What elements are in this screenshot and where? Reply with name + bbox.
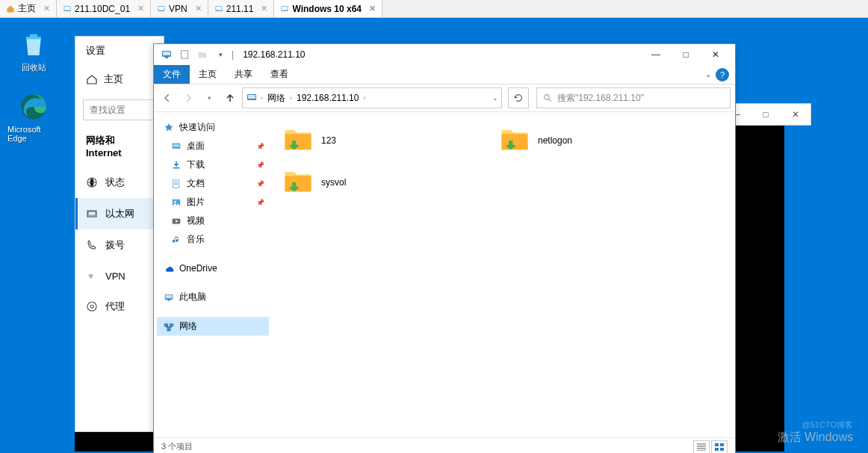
onedrive-icon bbox=[163, 262, 175, 274]
vm-tab-label: 211.11 bbox=[226, 4, 254, 14]
settings-title: 设置 bbox=[75, 37, 164, 65]
ribbon-tab-home[interactable]: 主页 bbox=[190, 65, 226, 84]
explorer-titlebar[interactable]: ▾ | 192.168.211.10 — □ ✕ bbox=[154, 44, 735, 65]
close-icon[interactable]: ✕ bbox=[137, 4, 144, 13]
close-icon[interactable]: ✕ bbox=[369, 4, 376, 13]
close-button[interactable]: ✕ bbox=[701, 44, 731, 65]
file-explorer-window: ▾ | 192.168.211.10 — □ ✕ 文件 主页 共享 查看 ⌄ ?… bbox=[153, 43, 736, 453]
ethernet-icon bbox=[86, 208, 98, 220]
share-folder-sysvol[interactable]: sysvol bbox=[279, 161, 429, 203]
chevron-down-icon[interactable]: ⌄ bbox=[492, 94, 498, 102]
up-button[interactable] bbox=[221, 89, 239, 107]
vm-icon bbox=[157, 4, 166, 13]
settings-search-input[interactable] bbox=[83, 99, 156, 120]
chevron-right-icon[interactable]: › bbox=[290, 94, 292, 102]
vm-tab-vpn[interactable]: VPN ✕ bbox=[151, 0, 208, 17]
settings-nav-dialup[interactable]: 拨号 bbox=[75, 229, 164, 261]
item-count: 3 个项目 bbox=[161, 441, 193, 452]
vm-tab-win10[interactable]: Windows 10 x64 ✕ bbox=[274, 0, 382, 17]
nav-onedrive[interactable]: OneDrive bbox=[157, 259, 269, 277]
nav-documents[interactable]: 文档 📌 bbox=[157, 174, 269, 193]
refresh-button[interactable] bbox=[508, 87, 529, 108]
chevron-down-icon[interactable]: ▾ bbox=[212, 46, 229, 63]
proxy-icon bbox=[86, 301, 98, 312]
share-folder-icon bbox=[499, 125, 530, 156]
music-icon bbox=[170, 234, 182, 246]
nav-node-label: 桌面 bbox=[187, 140, 205, 152]
explorer-body: 快速访问 桌面 📌 下载 📌 文档 📌 bbox=[154, 111, 735, 437]
vm-tab-home[interactable]: 主页 ✕ bbox=[0, 0, 57, 17]
details-view-button[interactable] bbox=[693, 440, 710, 454]
share-folder-netlogon[interactable]: netlogon bbox=[496, 120, 645, 161]
svg-rect-23 bbox=[173, 144, 180, 147]
close-icon[interactable]: ✕ bbox=[43, 4, 50, 13]
vm-tab-dc[interactable]: 211.10DC_01 ✕ bbox=[57, 0, 151, 17]
icons-view-button[interactable] bbox=[711, 440, 728, 454]
close-button[interactable]: ✕ bbox=[781, 104, 810, 125]
nav-item-label: 拨号 bbox=[105, 238, 125, 252]
maximize-button[interactable]: □ bbox=[671, 44, 701, 65]
forward-button[interactable] bbox=[179, 89, 197, 107]
folder-name: sysvol bbox=[321, 177, 346, 188]
vm-tab-211-11[interactable]: 211.11 ✕ bbox=[208, 0, 275, 17]
nav-network[interactable]: 网络 bbox=[157, 317, 269, 336]
recycle-bin[interactable]: 回收站 bbox=[7, 29, 60, 73]
nav-node-label: 网络 bbox=[179, 320, 197, 333]
svg-point-26 bbox=[174, 200, 176, 203]
nav-node-label: 图片 bbox=[187, 196, 205, 209]
breadcrumb-network[interactable]: 网络 bbox=[266, 92, 287, 105]
nav-videos[interactable]: 视频 bbox=[157, 212, 269, 230]
pin-icon: 📌 bbox=[256, 180, 264, 188]
nav-pictures[interactable]: 图片 📌 bbox=[157, 193, 269, 212]
nav-item-label: VPN bbox=[105, 271, 125, 282]
content-pane[interactable]: 123 sysvol netlogon bbox=[272, 112, 735, 437]
svg-rect-12 bbox=[88, 212, 96, 215]
status-bar: 3 个项目 bbox=[154, 437, 735, 453]
nav-downloads[interactable]: 下载 📌 bbox=[157, 155, 269, 174]
properties-icon[interactable] bbox=[176, 46, 193, 63]
ribbon-tab-share[interactable]: 共享 bbox=[226, 65, 261, 84]
vm-icon bbox=[280, 4, 289, 13]
nav-quick-access[interactable]: 快速访问 bbox=[157, 118, 269, 137]
settings-section-title: 网络和 Internet bbox=[75, 126, 164, 167]
pictures-icon bbox=[170, 197, 182, 209]
svg-rect-5 bbox=[216, 7, 222, 10]
recent-button[interactable]: ▾ bbox=[200, 89, 218, 107]
edge-icon bbox=[19, 92, 49, 122]
settings-home-link[interactable]: 主页 bbox=[75, 65, 164, 93]
share-folder-123[interactable]: 123 bbox=[279, 120, 429, 161]
chevron-right-icon[interactable]: › bbox=[363, 94, 365, 102]
minimize-button[interactable]: — bbox=[641, 44, 671, 65]
settings-nav-ethernet[interactable]: 以太网 bbox=[75, 198, 164, 229]
maximize-button[interactable]: □ bbox=[751, 104, 781, 125]
settings-nav-vpn[interactable]: ᯤ VPN bbox=[75, 261, 164, 291]
nav-desktop[interactable]: 桌面 📌 bbox=[157, 137, 269, 155]
settings-nav-status[interactable]: 状态 bbox=[75, 167, 164, 198]
breadcrumb-current[interactable]: 192.168.211.10 bbox=[295, 93, 360, 103]
svg-rect-35 bbox=[720, 443, 724, 446]
help-button[interactable]: ? bbox=[716, 68, 729, 81]
address-bar[interactable]: › 网络 › 192.168.211.10 › ⌄ bbox=[242, 87, 502, 108]
chevron-right-icon[interactable]: › bbox=[261, 94, 263, 102]
folder-icon[interactable] bbox=[194, 46, 211, 63]
settings-nav-proxy[interactable]: 代理 bbox=[75, 291, 164, 322]
window-controls: — □ ✕ bbox=[641, 44, 731, 65]
desktop: 回收站 Microsoft Edge — □ ✕ 设置 主页 网络和 Inter… bbox=[0, 18, 868, 453]
pc-icon bbox=[163, 292, 175, 303]
close-icon[interactable]: ✕ bbox=[195, 4, 202, 13]
nav-this-pc[interactable]: 此电脑 bbox=[157, 288, 269, 306]
network-icon bbox=[163, 321, 175, 333]
edge-shortcut[interactable]: Microsoft Edge bbox=[7, 92, 60, 143]
vm-tab-label: 211.10DC_01 bbox=[75, 4, 130, 14]
svg-rect-34 bbox=[715, 443, 719, 446]
back-button[interactable] bbox=[158, 89, 176, 107]
svg-rect-29 bbox=[166, 295, 173, 298]
chevron-down-icon[interactable]: ⌄ bbox=[705, 70, 711, 78]
ribbon-tab-view[interactable]: 查看 bbox=[261, 65, 297, 84]
search-icon bbox=[543, 93, 553, 103]
search-input[interactable]: 搜索"192.168.211.10" bbox=[536, 87, 731, 108]
monitor-icon[interactable] bbox=[158, 46, 175, 63]
nav-music[interactable]: 音乐 bbox=[157, 230, 269, 249]
close-icon[interactable]: ✕ bbox=[261, 4, 267, 13]
ribbon-tab-file[interactable]: 文件 bbox=[154, 65, 190, 84]
